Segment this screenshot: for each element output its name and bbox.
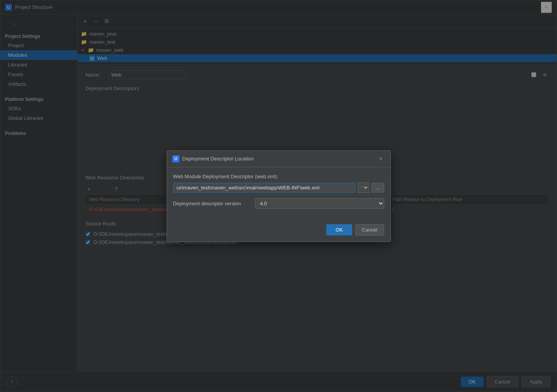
modal-title: Deployment Descriptor Location [182,156,377,162]
browse-button[interactable]: ... [371,183,384,193]
modal-body: Web Module Deployment Descriptor (web.xm… [167,167,390,220]
descriptor-label: Web Module Deployment Descriptor (web.xm… [173,174,384,179]
version-label: Deployment descriptor version [173,201,250,206]
modal-overlay: U Deployment Descriptor Location × Web M… [0,0,557,392]
descriptor-input-row: ▼ ... [173,182,384,193]
modal-ok-button[interactable]: OK [326,224,352,235]
descriptor-dropdown[interactable]: ▼ [358,182,369,193]
version-select[interactable]: 4.0 3.1 3.0 2.5 2.4 2.3 2.2 [255,198,384,209]
modal-header: U Deployment Descriptor Location × [167,151,390,167]
modal-footer: OK Cancel [167,220,390,242]
modal-close-button[interactable]: × [376,155,385,163]
modal-icon: U [172,155,179,162]
modal-dialog: U Deployment Descriptor Location × Web M… [167,150,391,242]
version-row: Deployment descriptor version 4.0 3.1 3.… [173,198,384,209]
modal-cancel-button[interactable]: Cancel [355,224,384,235]
descriptor-path-input[interactable] [173,183,355,193]
